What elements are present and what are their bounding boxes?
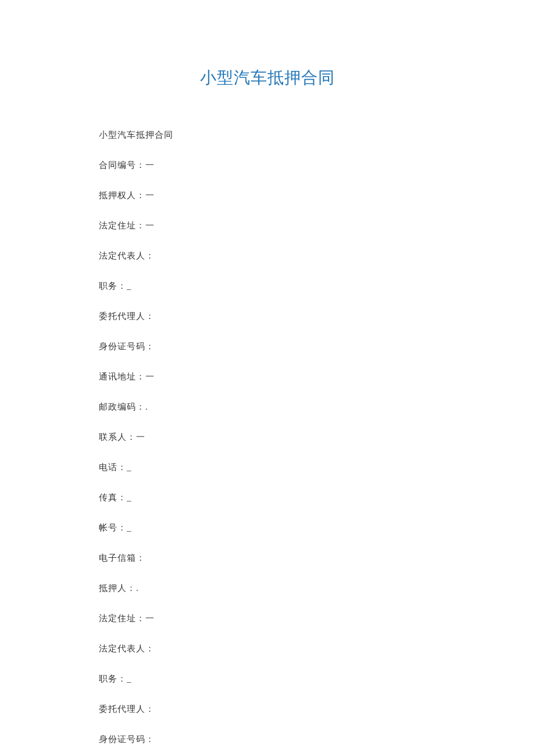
contract-line: 小型汽车抵押合同 xyxy=(99,130,436,141)
document-page: 小型汽车抵押合同 小型汽车抵押合同 合同编号：一 抵押权人：一 法定住址：一 法… xyxy=(0,0,535,756)
contract-line: 通讯地址：一 xyxy=(99,371,436,382)
contract-line: 电话：_ xyxy=(99,462,436,473)
contract-line: 法定住址：一 xyxy=(99,613,436,624)
contract-line: 抵押权人：一 xyxy=(99,190,436,201)
document-title: 小型汽车抵押合同 xyxy=(99,67,436,89)
contract-line: 职务：_ xyxy=(99,281,436,292)
contract-line: 法定住址：一 xyxy=(99,220,436,231)
contract-line: 联系人：一 xyxy=(99,432,436,443)
contract-line: 合同编号：一 xyxy=(99,160,436,171)
contract-line: 抵押人：. xyxy=(99,583,436,594)
contract-line: 电子信箱： xyxy=(99,553,436,564)
contract-line: 传真：_ xyxy=(99,492,436,503)
contract-line: 法定代表人： xyxy=(99,643,436,654)
contract-line: 职务：_ xyxy=(99,673,436,685)
contract-line: 委托代理人： xyxy=(99,311,436,322)
contract-line: 帐号：_ xyxy=(99,522,436,533)
contract-line: 身份证号码： xyxy=(99,341,436,352)
contract-line: 邮政编码：. xyxy=(99,402,436,413)
contract-line: 身份证号码： xyxy=(99,734,436,745)
contract-line: 法定代表人： xyxy=(99,250,436,261)
contract-line: 委托代理人： xyxy=(99,704,436,715)
